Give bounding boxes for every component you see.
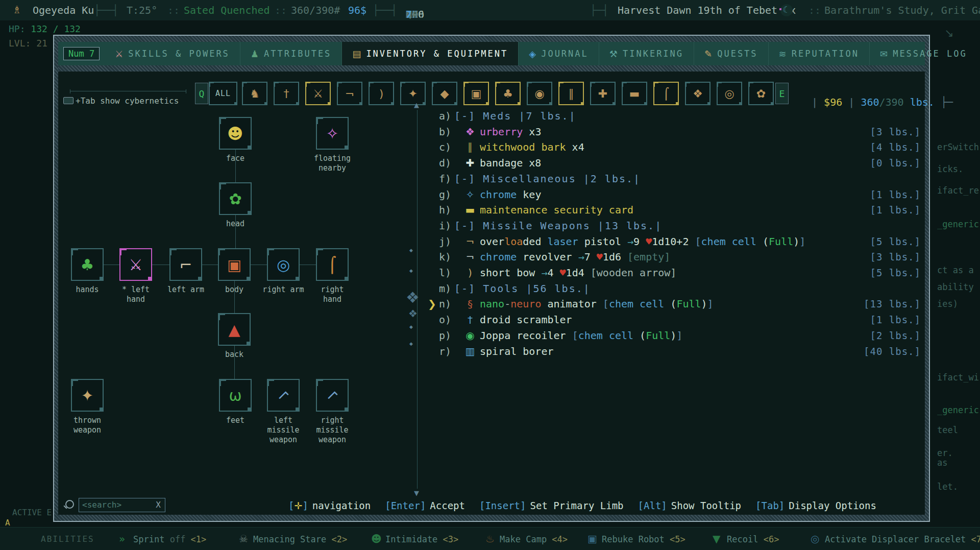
- item-hotkey: n): [439, 297, 451, 311]
- filter-category-cudgels[interactable]: †: [274, 82, 299, 105]
- tab-quests[interactable]: ✎QUESTS: [694, 42, 768, 65]
- search-input[interactable]: <search> X: [79, 498, 165, 512]
- hint-key: [✛]: [288, 500, 308, 511]
- ability-make-camp[interactable]: Make Camp <4>: [500, 534, 568, 544]
- rebuke-robot-icon[interactable]: ▣: [587, 533, 597, 545]
- displacer-bracelet-icon[interactable]: ◎: [811, 533, 819, 545]
- item-row[interactable]: o)†droid scrambler[1 lbs.]: [428, 313, 921, 327]
- filter-category-tools[interactable]: ∥: [558, 82, 584, 105]
- item-text-segment: ): [670, 329, 676, 342]
- item-text-segment: animator: [541, 298, 602, 310]
- item-text-segment: chem cell: [578, 329, 640, 342]
- equipment-slot-face[interactable]: ☻: [219, 117, 252, 150]
- category-row[interactable]: f)[-] Miscellaneous |2 lbs.|: [428, 172, 921, 186]
- tab-label: INVENTORY & EQUIPMENT: [366, 49, 508, 59]
- ability-rebuke-robot[interactable]: Rebuke Robot <5>: [602, 534, 685, 544]
- menacing-stare-icon[interactable]: ☠: [239, 533, 248, 545]
- key-hints: [✛]navigation[Enter]Accept[Insert]Set Pr…: [288, 496, 876, 515]
- item-row[interactable]: b)❖urberry x3[3 lbs.]: [428, 125, 921, 139]
- filter-scroll-right-hotkey[interactable]: E: [775, 83, 789, 104]
- filter-category-grenades[interactable]: ◆: [432, 82, 457, 105]
- search-clear-button[interactable]: X: [156, 498, 161, 512]
- filter-category-books[interactable]: ▬: [622, 82, 647, 105]
- item-name: short bow →4 ♥1d4 [wooden arrow]: [480, 266, 676, 280]
- item-row[interactable]: j)¬overloaded laser pistol →9 ♥1d10+2 [c…: [428, 235, 921, 249]
- ability-activate-displacer-bracelet[interactable]: Activate Displacer Bracelet <7>: [825, 534, 980, 544]
- filter-category-trade-goods[interactable]: ❖: [685, 82, 710, 105]
- equipment-slot-right-missile-weapon[interactable]: ¬: [316, 379, 349, 412]
- sprint-icon[interactable]: »: [119, 533, 125, 545]
- item-row[interactable]: g)✧chrome key[1 lbs.]: [428, 188, 921, 202]
- filter-category-energy-cells[interactable]: ◉: [527, 82, 552, 105]
- item-row[interactable]: ❯n)§nano-neuro animator [chem cell (Full…: [428, 297, 921, 311]
- equipment-slot-label: right missile weapon: [303, 416, 362, 445]
- armor-icon: ▣: [471, 87, 482, 100]
- item-text-segment: →: [541, 267, 547, 279]
- item-text-segment: Full: [676, 298, 701, 310]
- filter-category-food[interactable]: ✿: [748, 82, 774, 105]
- equipment-slot-hands[interactable]: ♣: [71, 248, 104, 281]
- make-camp-icon[interactable]: ♨: [485, 533, 495, 545]
- equipment-slot-left-hand[interactable]: ⚔: [119, 248, 152, 281]
- item-text-segment: (: [640, 329, 646, 342]
- filter-category-meds[interactable]: ✚: [590, 82, 616, 105]
- recoil-icon[interactable]: ▼: [713, 533, 720, 545]
- bows-icon: ): [379, 87, 384, 100]
- ability-intimidate[interactable]: Intimidate <3>: [385, 534, 458, 544]
- item-row[interactable]: h)▬maintenance security card[1 lbs.]: [428, 203, 921, 217]
- filter-category-bows[interactable]: ): [369, 82, 394, 105]
- item-weight: [3 lbs.]: [870, 125, 921, 139]
- ability-menacing-stare[interactable]: Menacing Stare <2>: [253, 534, 347, 544]
- hands-item-icon: ♣: [81, 256, 94, 274]
- location: Barathrum's Study, Grit Gate: [824, 4, 980, 16]
- equipment-slot-label: face: [206, 154, 265, 163]
- tab-inventory[interactable]: ▤INVENTORY & EQUIPMENT: [341, 42, 518, 65]
- equipment-slot-floating-nearby[interactable]: ✧: [316, 117, 349, 150]
- equipment-slot-body[interactable]: ▣: [218, 248, 251, 281]
- tab-reputation[interactable]: ≋REPUTATION: [768, 42, 869, 65]
- equipment-slot-right-hand[interactable]: ⌠: [316, 248, 349, 281]
- intimidate-icon[interactable]: ☻: [371, 533, 382, 545]
- meds-icon: ✚: [598, 87, 607, 100]
- ability-sprint[interactable]: Sprint off <1>: [133, 534, 206, 544]
- scroll-up-arrow[interactable]: ▲: [414, 101, 419, 109]
- item-row[interactable]: k)¬chrome revolver →7 ♥1d6 [empty][3 lbs…: [428, 250, 921, 264]
- tab-label: REPUTATION: [792, 49, 859, 59]
- tab-message-log[interactable]: ✉MESSAGE LOG: [869, 42, 977, 65]
- item-row[interactable]: d)✚bandage x8[0 lbs.]: [428, 156, 921, 170]
- equipment-slot-right-arm[interactable]: ◎: [267, 248, 300, 281]
- tab-attributes[interactable]: ♟ATTRIBUTES: [240, 42, 342, 65]
- filter-category-artifacts[interactable]: ⌠: [653, 82, 679, 105]
- tab-journal[interactable]: ◈JOURNAL: [518, 42, 599, 65]
- witchwood-bark-icon: ∥: [463, 140, 477, 154]
- equipment-slot-left-missile-weapon[interactable]: ¬: [267, 379, 300, 412]
- equipment-slot-head[interactable]: ✿: [219, 182, 252, 215]
- item-row[interactable]: l))short bow →4 ♥1d4 [wooden arrow][5 lb…: [428, 266, 921, 280]
- tab-skills[interactable]: ⚔SKILLS & POWERS: [105, 42, 240, 65]
- filter-category-water[interactable]: ◎: [717, 82, 742, 105]
- filter-category-armor[interactable]: ▣: [463, 82, 489, 105]
- filter-category-axes[interactable]: ⚔: [305, 82, 331, 105]
- filter-category-shields[interactable]: ♣: [495, 82, 521, 105]
- equipment-slot-feet[interactable]: ω: [219, 379, 252, 412]
- game-date: Harvest Dawn 19th of Tebet Ux: [618, 4, 796, 16]
- filter-all[interactable]: ALL: [209, 82, 237, 105]
- item-text-segment: witchwood bark: [480, 141, 566, 153]
- scroll-down-arrow[interactable]: ▼: [414, 489, 419, 497]
- filter-scroll-left-hotkey[interactable]: Q: [195, 83, 208, 104]
- item-row[interactable]: c)∥witchwood bark x4[4 lbs.]: [428, 140, 921, 154]
- category-row[interactable]: a)[-] Meds |7 lbs.|: [428, 109, 921, 123]
- item-row[interactable]: p)◉Joppa recoiler [chem cell (Full)][2 l…: [428, 329, 921, 343]
- category-row[interactable]: i)[-] Missile Weapons |13 lbs.|: [428, 219, 921, 233]
- ability-recoil[interactable]: Recoil <6>: [727, 534, 779, 544]
- category-row[interactable]: m)[-] Tools |56 lbs.|: [428, 282, 921, 296]
- filter-category-thrown[interactable]: ✦: [400, 82, 426, 105]
- filter-category-melee-weapons[interactable]: ♞: [242, 82, 267, 105]
- equipment-slot-back[interactable]: ▲: [218, 313, 251, 346]
- filter-category-firearms[interactable]: ¬: [337, 82, 362, 105]
- equipment-slot-label: head: [206, 219, 265, 229]
- equipment-slot-left-arm[interactable]: ⌐: [169, 248, 202, 281]
- item-row[interactable]: r)▥spiral borer[40 lbs.]: [428, 345, 921, 358]
- tab-tinkering[interactable]: ⚒TINKERING: [599, 42, 694, 65]
- equipment-slot-thrown-weapon[interactable]: ✦: [71, 379, 104, 412]
